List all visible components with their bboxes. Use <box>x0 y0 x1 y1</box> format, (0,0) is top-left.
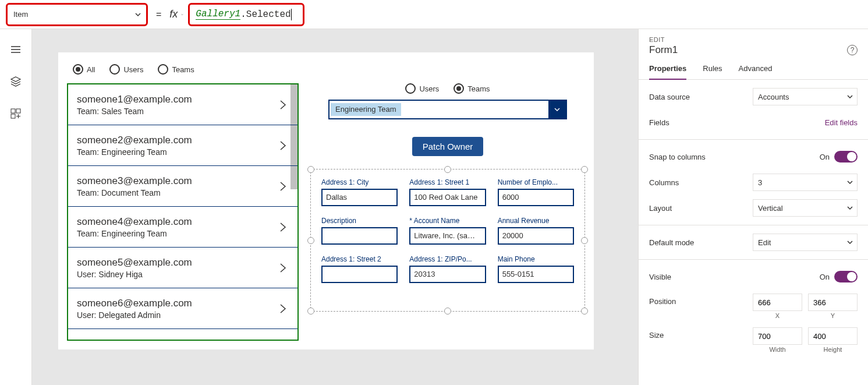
field-description[interactable] <box>321 227 398 245</box>
columns-label: Columns <box>649 178 679 187</box>
property-dropdown[interactable]: Item <box>6 3 148 26</box>
chevron-right-icon <box>277 259 289 277</box>
left-rail <box>0 29 32 385</box>
chevron-right-icon <box>277 218 289 236</box>
tab-rules[interactable]: Rules <box>703 64 722 79</box>
formula-ref: Gallery1 <box>196 9 240 20</box>
property-text: Item <box>13 10 28 19</box>
gallery[interactable]: someone1@example.comTeam: Sales Team som… <box>67 83 299 341</box>
teams-combobox[interactable]: Engineering Team <box>328 100 567 119</box>
layout-select[interactable]: Vertical <box>753 199 858 217</box>
edit-fields-link[interactable]: Edit fields <box>825 118 858 127</box>
width-input[interactable] <box>753 327 802 345</box>
visible-toggle[interactable]: On <box>820 271 858 282</box>
fields-label: Fields <box>649 118 669 127</box>
height-input[interactable] <box>808 327 858 345</box>
chevron-down-icon[interactable] <box>181 11 188 18</box>
chevron-down-icon <box>134 11 141 18</box>
radio-teams[interactable]: Teams <box>158 64 194 75</box>
gallery-item[interactable]: someone1@example.comTeam: Sales Team <box>68 84 297 125</box>
resize-handle[interactable] <box>581 237 588 244</box>
hamburger-icon[interactable] <box>10 44 22 55</box>
pos-x-input[interactable] <box>753 294 802 311</box>
combo-dropdown-button[interactable] <box>548 101 566 118</box>
chevron-down-icon <box>846 239 853 246</box>
formula-bar: Item = fx Gallery1.Selected <box>0 0 868 29</box>
chevron-right-icon <box>277 300 289 317</box>
owner-radios: Users Teams <box>405 83 490 100</box>
visible-label: Visible <box>649 273 671 281</box>
svg-rect-2 <box>11 114 15 118</box>
size-label: Size <box>649 327 664 340</box>
chevron-right-icon <box>277 178 289 195</box>
svg-rect-0 <box>11 109 15 113</box>
text-cursor <box>291 9 292 20</box>
tab-properties[interactable]: Properties <box>649 64 686 80</box>
form-control[interactable]: Address 1: CityDallas Address 1: Street … <box>310 169 585 312</box>
formula-rest: .Selected <box>240 9 290 20</box>
gallery-item[interactable]: someone2@example.comTeam: Engineering Te… <box>68 125 297 166</box>
gallery-item[interactable]: someone5@example.comUser: Sidney Higa <box>68 248 297 288</box>
default-mode-label: Default mode <box>649 238 694 247</box>
field-street1[interactable]: 100 Red Oak Lane <box>409 189 486 206</box>
field-city[interactable]: Dallas <box>321 189 398 206</box>
default-mode-select[interactable]: Edit <box>753 234 858 251</box>
field-employees[interactable]: 6000 <box>498 189 574 206</box>
field-revenue[interactable]: 20000 <box>498 227 574 245</box>
properties-pane: EDIT Form1 ? Properties Rules Advanced D… <box>638 29 868 385</box>
resize-handle[interactable] <box>307 308 314 315</box>
gallery-item[interactable]: someone4@example.comTeam: Engineering Te… <box>68 207 297 248</box>
field-phone[interactable]: 555-0151 <box>498 266 574 283</box>
resize-handle[interactable] <box>444 308 451 315</box>
data-source-select[interactable]: Accounts <box>753 88 858 105</box>
position-label: Position <box>649 294 676 306</box>
formula-input[interactable]: Gallery1.Selected <box>188 3 304 26</box>
snap-label: Snap to columns <box>649 153 706 161</box>
canvas-area[interactable]: All Users Teams someone1@example.comTeam… <box>32 29 638 385</box>
resize-handle[interactable] <box>307 237 314 244</box>
pane-tabs: Properties Rules Advanced <box>639 56 868 80</box>
app-canvas: All Users Teams someone1@example.comTeam… <box>58 52 594 349</box>
resize-handle[interactable] <box>307 166 314 173</box>
gallery-item[interactable]: someone6@example.comUser: Delegated Admi… <box>68 288 297 329</box>
pos-y-input[interactable] <box>808 294 858 311</box>
add-component-icon[interactable] <box>10 108 22 119</box>
field-zip[interactable]: 20313 <box>409 266 486 283</box>
resize-handle[interactable] <box>581 308 588 315</box>
layers-icon[interactable] <box>10 76 22 87</box>
fx-icon[interactable]: fx <box>166 8 181 20</box>
chevron-down-icon[interactable] <box>854 11 866 18</box>
field-account-name[interactable]: Litware, Inc. (sample) <box>409 227 486 245</box>
edit-label: EDIT <box>649 36 858 43</box>
tab-advanced[interactable]: Advanced <box>739 64 773 79</box>
radio-owner-teams[interactable]: Teams <box>454 83 490 94</box>
chevron-right-icon <box>277 137 289 154</box>
equals-label: = <box>156 9 161 20</box>
radio-users[interactable]: Users <box>109 64 143 75</box>
radio-owner-users[interactable]: Users <box>405 83 439 94</box>
data-source-label: Data source <box>649 93 690 101</box>
resize-handle[interactable] <box>444 166 451 173</box>
filter-radios: All Users Teams <box>67 61 585 83</box>
chevron-down-icon <box>846 179 853 186</box>
field-street2[interactable] <box>321 266 398 283</box>
snap-toggle[interactable]: On <box>820 151 858 163</box>
patch-owner-button[interactable]: Patch Owner <box>412 137 484 156</box>
chevron-right-icon <box>277 96 289 114</box>
columns-select[interactable]: 3 <box>753 174 858 191</box>
control-name: Form1 <box>649 44 678 56</box>
gallery-item[interactable]: someone3@example.comTeam: Document Team <box>68 166 297 207</box>
help-icon[interactable]: ? <box>847 45 858 55</box>
chevron-down-icon <box>846 93 853 100</box>
svg-rect-1 <box>16 109 20 113</box>
chevron-down-icon <box>846 204 853 211</box>
radio-all[interactable]: All <box>73 64 95 75</box>
resize-handle[interactable] <box>581 166 588 173</box>
layout-label: Layout <box>649 204 672 213</box>
